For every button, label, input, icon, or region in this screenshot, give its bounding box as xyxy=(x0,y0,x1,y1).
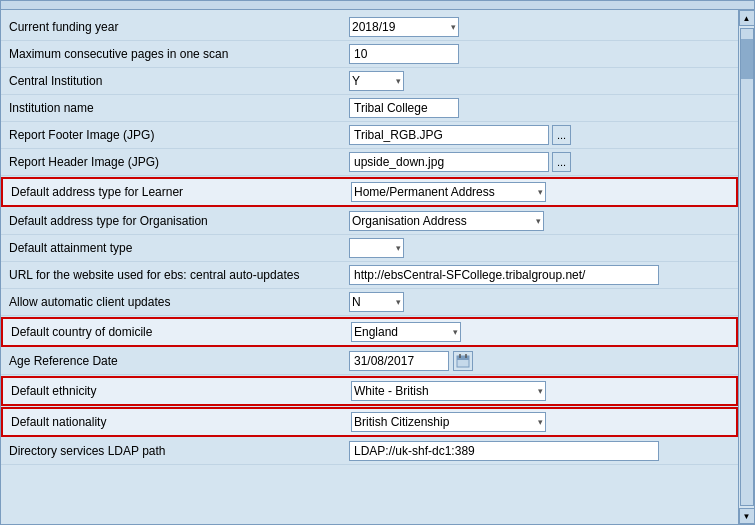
general-cross-system-window: Current funding year2018/19▾Maximum cons… xyxy=(0,0,755,525)
form-row-central-institution: Central InstitutionY▾ xyxy=(1,68,738,95)
label-report-footer-image: Report Footer Image (JPG) xyxy=(9,128,349,142)
scrollbar-track xyxy=(740,28,754,506)
select-value-default-address-organisation: Organisation Address xyxy=(352,214,534,228)
select-default-attainment-type[interactable]: ▾ xyxy=(349,238,404,258)
form-row-directory-services-ldap: Directory services LDAP path xyxy=(1,438,738,465)
dropdown-arrow-icon: ▾ xyxy=(538,386,543,396)
form-row-allow-automatic-updates: Allow automatic client updatesN▾ xyxy=(1,289,738,316)
dropdown-arrow-icon: ▾ xyxy=(396,243,401,253)
select-allow-automatic-updates[interactable]: N▾ xyxy=(349,292,404,312)
input-report-header-image[interactable] xyxy=(349,152,549,172)
label-allow-automatic-updates: Allow automatic client updates xyxy=(9,295,349,309)
select-default-country-domicile[interactable]: England▾ xyxy=(351,322,461,342)
form-container: Current funding year2018/19▾Maximum cons… xyxy=(1,10,738,524)
dropdown-arrow-icon: ▾ xyxy=(451,22,456,32)
form-row-report-header-image: Report Header Image (JPG)... xyxy=(1,149,738,176)
select-central-institution[interactable]: Y▾ xyxy=(349,71,404,91)
label-directory-services-ldap: Directory services LDAP path xyxy=(9,444,349,458)
form-row-url-ebs: URL for the website used for ebs: centra… xyxy=(1,262,738,289)
select-default-ethnicity[interactable]: White - British▾ xyxy=(351,381,546,401)
svg-rect-1 xyxy=(457,356,469,360)
label-age-reference-date: Age Reference Date xyxy=(9,354,349,368)
select-current-funding-year[interactable]: 2018/19▾ xyxy=(349,17,459,37)
select-value-default-address-learner: Home/Permanent Address xyxy=(354,185,536,199)
label-default-address-learner: Default address type for Learner xyxy=(11,185,351,199)
dropdown-arrow-icon: ▾ xyxy=(453,327,458,337)
label-central-institution: Central Institution xyxy=(9,74,349,88)
select-value-central-institution: Y xyxy=(352,74,394,88)
scroll-up-button[interactable]: ▲ xyxy=(739,10,755,26)
form-row-default-nationality: Default nationalityBritish Citizenship▾ xyxy=(1,407,738,437)
select-value-current-funding-year: 2018/19 xyxy=(352,20,449,34)
label-default-country-domicile: Default country of domicile xyxy=(11,325,351,339)
label-default-ethnicity: Default ethnicity xyxy=(11,384,351,398)
label-institution-name: Institution name xyxy=(9,101,349,115)
form-row-max-consecutive-pages: Maximum consecutive pages in one scan xyxy=(1,41,738,68)
dropdown-arrow-icon: ▾ xyxy=(396,76,401,86)
window-title xyxy=(1,1,754,10)
select-value-allow-automatic-updates: N xyxy=(352,295,394,309)
form-row-default-address-learner: Default address type for LearnerHome/Per… xyxy=(1,177,738,207)
form-row-current-funding-year: Current funding year2018/19▾ xyxy=(1,14,738,41)
select-default-address-organisation[interactable]: Organisation Address▾ xyxy=(349,211,544,231)
dropdown-arrow-icon: ▾ xyxy=(396,297,401,307)
form-row-default-address-organisation: Default address type for OrganisationOrg… xyxy=(1,208,738,235)
select-value-default-ethnicity: White - British xyxy=(354,384,536,398)
dropdown-arrow-icon: ▾ xyxy=(536,216,541,226)
label-current-funding-year: Current funding year xyxy=(9,20,349,34)
label-default-address-organisation: Default address type for Organisation xyxy=(9,214,349,228)
label-report-header-image: Report Header Image (JPG) xyxy=(9,155,349,169)
form-row-default-attainment-type: Default attainment type▾ xyxy=(1,235,738,262)
select-value-default-country-domicile: England xyxy=(354,325,451,339)
input-report-footer-image[interactable] xyxy=(349,125,549,145)
form-row-institution-name: Institution name xyxy=(1,95,738,122)
input-url-ebs[interactable] xyxy=(349,265,659,285)
input-directory-services-ldap[interactable] xyxy=(349,441,659,461)
select-default-nationality[interactable]: British Citizenship▾ xyxy=(351,412,546,432)
input-max-consecutive-pages[interactable] xyxy=(349,44,459,64)
input-age-reference-date[interactable] xyxy=(349,351,449,371)
browse-button-report-header-image[interactable]: ... xyxy=(552,152,571,172)
label-url-ebs: URL for the website used for ebs: centra… xyxy=(9,268,349,282)
scrollbar-thumb[interactable] xyxy=(741,39,753,79)
dropdown-arrow-icon: ▾ xyxy=(538,417,543,427)
form-row-default-ethnicity: Default ethnicityWhite - British▾ xyxy=(1,376,738,406)
select-value-default-nationality: British Citizenship xyxy=(354,415,536,429)
browse-button-report-footer-image[interactable]: ... xyxy=(552,125,571,145)
input-institution-name[interactable] xyxy=(349,98,459,118)
form-row-age-reference-date: Age Reference Date xyxy=(1,348,738,375)
dropdown-arrow-icon: ▾ xyxy=(538,187,543,197)
label-max-consecutive-pages: Maximum consecutive pages in one scan xyxy=(9,47,349,61)
label-default-attainment-type: Default attainment type xyxy=(9,241,349,255)
form-row-default-country-domicile: Default country of domicileEngland▾ xyxy=(1,317,738,347)
form-row-report-footer-image: Report Footer Image (JPG)... xyxy=(1,122,738,149)
label-default-nationality: Default nationality xyxy=(11,415,351,429)
calendar-icon[interactable] xyxy=(453,351,473,371)
select-default-address-learner[interactable]: Home/Permanent Address▾ xyxy=(351,182,546,202)
scrollbar[interactable]: ▲ ▼ xyxy=(738,10,754,524)
scroll-down-button[interactable]: ▼ xyxy=(739,508,755,524)
